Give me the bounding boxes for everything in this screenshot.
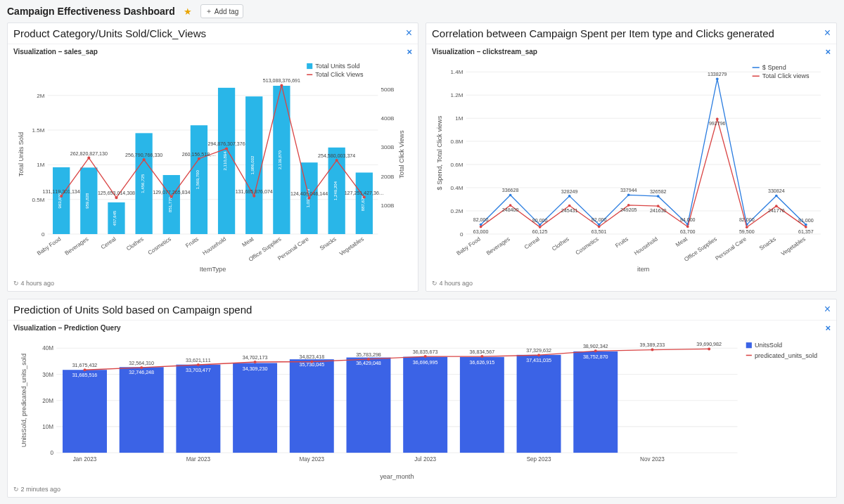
chart-sales: 00.5M1M1.5M2M100B200B300B400B500B963,690… xyxy=(8,59,418,277)
close-icon[interactable]: × xyxy=(824,27,831,39)
svg-point-101 xyxy=(568,195,571,198)
svg-point-116 xyxy=(657,205,660,207)
svg-point-108 xyxy=(775,195,778,198)
svg-point-104 xyxy=(657,195,660,198)
svg-rect-192 xyxy=(573,351,618,453)
add-tag-label: Add tag xyxy=(215,8,238,15)
close-icon[interactable]: × xyxy=(407,47,412,56)
star-button[interactable]: ★ xyxy=(181,5,195,18)
svg-text:294,876,307,376: 294,876,307,376 xyxy=(208,141,245,147)
svg-text:37,431,035: 37,431,035 xyxy=(526,358,551,363)
svg-text:61,357: 61,357 xyxy=(798,229,814,235)
svg-text:82,000: 82,000 xyxy=(473,217,489,223)
plus-icon: ＋ xyxy=(205,6,212,16)
svg-text:1.4M: 1.4M xyxy=(451,69,463,75)
svg-text:2,110,894: 2,110,894 xyxy=(223,151,227,171)
svg-text:82,000: 82,000 xyxy=(592,217,607,223)
svg-point-41 xyxy=(87,157,90,160)
svg-rect-188 xyxy=(460,357,504,453)
svg-text:Baby Food: Baby Food xyxy=(36,235,62,257)
svg-text:0.6M: 0.6M xyxy=(451,162,463,168)
svg-text:513,088,376,691: 513,088,376,691 xyxy=(263,78,300,84)
svg-point-99 xyxy=(509,194,512,197)
svg-text:63,000: 63,000 xyxy=(473,229,489,235)
svg-point-39 xyxy=(60,195,63,198)
svg-text:Total Units Sold: Total Units Sold xyxy=(18,132,25,176)
svg-point-204 xyxy=(367,358,370,361)
svg-text:249205: 249205 xyxy=(620,207,637,213)
svg-text:245431: 245431 xyxy=(561,208,578,214)
svg-point-214 xyxy=(651,348,653,351)
svg-text:Mar 2023: Mar 2023 xyxy=(186,456,211,463)
svg-point-111 xyxy=(509,204,512,207)
panel-pred-title: Prediction of Units Sold based on Campai… xyxy=(13,304,252,316)
svg-text:Baby Food: Baby Food xyxy=(456,235,482,257)
svg-point-109 xyxy=(805,224,807,226)
svg-point-57 xyxy=(308,197,311,200)
svg-text:2M: 2M xyxy=(37,93,45,99)
svg-point-98 xyxy=(480,224,482,226)
chart-prediction: 010M20M30M40M31,685,51632,746,24833,703,… xyxy=(8,335,836,483)
svg-text:124,408,046,144: 124,408,046,144 xyxy=(290,191,328,197)
svg-text:31,685,516: 31,685,516 xyxy=(72,373,98,378)
svg-text:60,125: 60,125 xyxy=(532,229,548,235)
svg-text:36,834,567: 36,834,567 xyxy=(470,349,495,355)
svg-point-120 xyxy=(775,205,778,207)
svg-text:328249: 328249 xyxy=(561,189,578,195)
svg-text:Snacks: Snacks xyxy=(319,235,338,252)
svg-text:Cereal: Cereal xyxy=(523,235,541,250)
svg-text:31,675,432: 31,675,432 xyxy=(72,363,98,368)
svg-point-117 xyxy=(686,226,689,228)
svg-point-110 xyxy=(480,226,482,228)
svg-point-103 xyxy=(627,193,630,196)
svg-point-113 xyxy=(568,205,571,207)
svg-rect-180 xyxy=(233,363,277,453)
svg-text:May 2023: May 2023 xyxy=(299,456,324,463)
svg-text:37,329,632: 37,329,632 xyxy=(526,348,551,354)
svg-text:81,000: 81,000 xyxy=(798,218,814,224)
svg-text:1,249,204: 1,249,204 xyxy=(333,181,338,200)
time-ago: 4 hours ago xyxy=(8,277,418,291)
svg-text:item: item xyxy=(637,266,649,273)
svg-text:336628: 336628 xyxy=(502,188,519,193)
svg-point-55 xyxy=(280,84,283,86)
svg-text:80,000: 80,000 xyxy=(532,218,548,224)
close-icon[interactable]: × xyxy=(406,27,412,39)
svg-text:Nov 2023: Nov 2023 xyxy=(640,456,665,463)
svg-text:1,456,725: 1,456,725 xyxy=(141,174,145,193)
svg-text:38,752,870: 38,752,870 xyxy=(583,354,608,360)
svg-text:63,700: 63,700 xyxy=(680,229,696,235)
svg-text:127,251,427,36…: 127,251,427,36… xyxy=(345,190,384,196)
svg-text:38,902,342: 38,902,342 xyxy=(583,344,608,349)
close-icon[interactable]: × xyxy=(825,47,831,56)
close-icon[interactable]: × xyxy=(824,304,831,315)
svg-point-206 xyxy=(424,355,427,358)
svg-text:260,156,518,…: 260,156,518,… xyxy=(182,152,216,157)
svg-rect-226 xyxy=(746,342,752,348)
svg-text:500B: 500B xyxy=(381,86,394,93)
page-title: Campaign Effectiveness Dashboard xyxy=(7,6,175,17)
svg-point-53 xyxy=(252,195,255,198)
svg-point-45 xyxy=(143,158,146,161)
svg-text:0.5M: 0.5M xyxy=(32,197,45,203)
svg-text:256,790,766,330: 256,790,766,330 xyxy=(125,153,162,158)
svg-text:326582: 326582 xyxy=(650,189,667,195)
svg-point-210 xyxy=(537,354,540,356)
svg-point-216 xyxy=(708,347,710,350)
svg-text:39,690,982: 39,690,982 xyxy=(696,342,722,347)
svg-point-59 xyxy=(335,159,338,162)
add-tag-button[interactable]: ＋ Add tag xyxy=(200,4,243,18)
close-icon[interactable]: × xyxy=(825,323,831,332)
svg-point-208 xyxy=(480,355,483,358)
svg-text:0.4M: 0.4M xyxy=(451,185,463,191)
svg-text:40M: 40M xyxy=(42,345,53,351)
svg-text:Total Click views: Total Click views xyxy=(762,72,810,79)
svg-text:Jul 2023: Jul 2023 xyxy=(414,456,436,463)
svg-point-202 xyxy=(310,360,313,363)
svg-text:Personal Care: Personal Care xyxy=(714,235,748,261)
svg-text:Total Click Views: Total Click Views xyxy=(315,71,364,78)
svg-text:year_month: year_month xyxy=(380,473,414,480)
svg-point-49 xyxy=(198,157,200,160)
svg-text:36,835,673: 36,835,673 xyxy=(413,349,438,355)
svg-text:0: 0 xyxy=(460,231,463,238)
